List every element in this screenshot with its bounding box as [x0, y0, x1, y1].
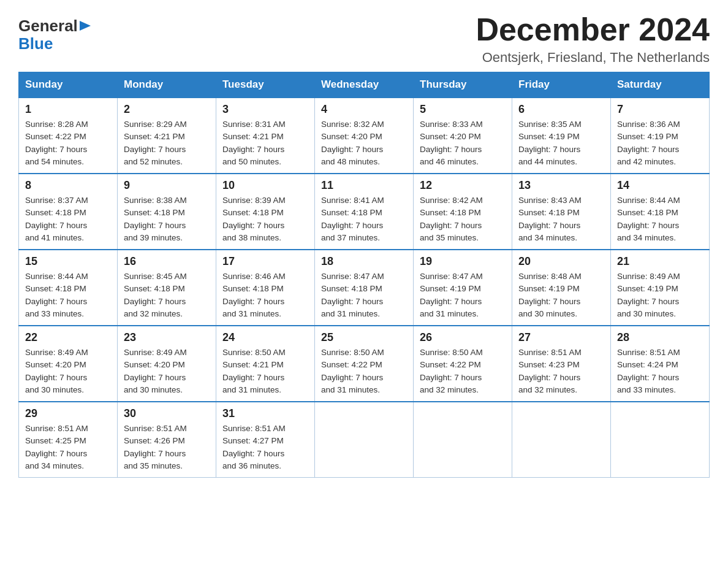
col-monday: Monday [118, 72, 216, 98]
day-number: 14 [617, 179, 703, 192]
table-row [315, 402, 414, 478]
day-number: 1 [25, 103, 111, 116]
table-row [414, 402, 512, 478]
table-row: 30 Sunrise: 8:51 AMSunset: 4:26 PMDaylig… [118, 402, 216, 478]
table-row: 8 Sunrise: 8:37 AMSunset: 4:18 PMDayligh… [19, 174, 118, 250]
table-row: 4 Sunrise: 8:32 AMSunset: 4:20 PMDayligh… [315, 98, 414, 174]
col-sunday: Sunday [19, 72, 118, 98]
table-row: 22 Sunrise: 8:49 AMSunset: 4:20 PMDaylig… [19, 326, 118, 402]
table-row: 28 Sunrise: 8:51 AMSunset: 4:24 PMDaylig… [611, 326, 710, 402]
table-row: 12 Sunrise: 8:42 AMSunset: 4:18 PMDaylig… [414, 174, 512, 250]
day-info: Sunrise: 8:36 AMSunset: 4:19 PMDaylight:… [617, 120, 680, 166]
day-info: Sunrise: 8:35 AMSunset: 4:19 PMDaylight:… [518, 120, 582, 166]
day-info: Sunrise: 8:51 AMSunset: 4:25 PMDaylight:… [25, 424, 88, 470]
title-block: December 2024 Oentsjerk, Friesland, The … [476, 12, 710, 66]
logo-general-text: General [18, 17, 78, 35]
calendar-week-row: 22 Sunrise: 8:49 AMSunset: 4:20 PMDaylig… [19, 326, 710, 402]
table-row: 13 Sunrise: 8:43 AMSunset: 4:18 PMDaylig… [512, 174, 611, 250]
day-info: Sunrise: 8:37 AMSunset: 4:18 PMDaylight:… [25, 196, 88, 242]
calendar-week-row: 8 Sunrise: 8:37 AMSunset: 4:18 PMDayligh… [19, 174, 710, 250]
logo-blue-text: Blue [18, 35, 53, 53]
calendar-week-row: 1 Sunrise: 8:28 AMSunset: 4:22 PMDayligh… [19, 98, 710, 174]
day-info: Sunrise: 8:50 AMSunset: 4:22 PMDaylight:… [420, 348, 483, 394]
day-info: Sunrise: 8:38 AMSunset: 4:18 PMDaylight:… [124, 196, 187, 242]
day-number: 2 [124, 103, 210, 116]
day-number: 5 [420, 103, 506, 116]
table-row: 24 Sunrise: 8:50 AMSunset: 4:21 PMDaylig… [216, 326, 315, 402]
table-row: 2 Sunrise: 8:29 AMSunset: 4:21 PMDayligh… [118, 98, 216, 174]
col-saturday: Saturday [611, 72, 710, 98]
logo: General Blue [18, 17, 91, 52]
day-number: 9 [124, 179, 210, 192]
day-number: 27 [518, 331, 604, 344]
calendar-header-row: Sunday Monday Tuesday Wednesday Thursday… [19, 72, 710, 98]
day-number: 23 [124, 331, 210, 344]
day-number: 22 [25, 331, 111, 344]
location-title: Oentsjerk, Friesland, The Netherlands [476, 50, 710, 66]
day-number: 28 [617, 331, 703, 344]
day-number: 26 [420, 331, 506, 344]
table-row: 25 Sunrise: 8:50 AMSunset: 4:22 PMDaylig… [315, 326, 414, 402]
table-row: 10 Sunrise: 8:39 AMSunset: 4:18 PMDaylig… [216, 174, 315, 250]
day-info: Sunrise: 8:41 AMSunset: 4:18 PMDaylight:… [321, 196, 384, 242]
table-row: 18 Sunrise: 8:47 AMSunset: 4:18 PMDaylig… [315, 250, 414, 326]
table-row: 5 Sunrise: 8:33 AMSunset: 4:20 PMDayligh… [414, 98, 512, 174]
day-number: 8 [25, 179, 111, 192]
day-info: Sunrise: 8:49 AMSunset: 4:19 PMDaylight:… [617, 272, 680, 318]
day-info: Sunrise: 8:49 AMSunset: 4:20 PMDaylight:… [25, 348, 88, 394]
table-row: 21 Sunrise: 8:49 AMSunset: 4:19 PMDaylig… [611, 250, 710, 326]
day-number: 30 [124, 407, 210, 420]
table-row: 1 Sunrise: 8:28 AMSunset: 4:22 PMDayligh… [19, 98, 118, 174]
logo-arrow-icon [80, 21, 91, 33]
svg-marker-0 [80, 21, 91, 31]
col-thursday: Thursday [414, 72, 512, 98]
day-info: Sunrise: 8:44 AMSunset: 4:18 PMDaylight:… [617, 196, 680, 242]
table-row: 23 Sunrise: 8:49 AMSunset: 4:20 PMDaylig… [118, 326, 216, 402]
table-row: 16 Sunrise: 8:45 AMSunset: 4:18 PMDaylig… [118, 250, 216, 326]
table-row: 6 Sunrise: 8:35 AMSunset: 4:19 PMDayligh… [512, 98, 611, 174]
day-number: 25 [321, 331, 407, 344]
day-info: Sunrise: 8:28 AMSunset: 4:22 PMDaylight:… [25, 120, 88, 166]
day-info: Sunrise: 8:50 AMSunset: 4:22 PMDaylight:… [321, 348, 384, 394]
day-number: 29 [25, 407, 111, 420]
table-row: 19 Sunrise: 8:47 AMSunset: 4:19 PMDaylig… [414, 250, 512, 326]
day-number: 31 [222, 407, 308, 420]
day-info: Sunrise: 8:44 AMSunset: 4:18 PMDaylight:… [25, 272, 88, 318]
day-info: Sunrise: 8:50 AMSunset: 4:21 PMDaylight:… [222, 348, 286, 394]
table-row: 15 Sunrise: 8:44 AMSunset: 4:18 PMDaylig… [19, 250, 118, 326]
calendar-week-row: 29 Sunrise: 8:51 AMSunset: 4:25 PMDaylig… [19, 402, 710, 478]
day-info: Sunrise: 8:51 AMSunset: 4:26 PMDaylight:… [124, 424, 187, 470]
table-row: 29 Sunrise: 8:51 AMSunset: 4:25 PMDaylig… [19, 402, 118, 478]
col-wednesday: Wednesday [315, 72, 414, 98]
day-info: Sunrise: 8:48 AMSunset: 4:19 PMDaylight:… [518, 272, 582, 318]
day-info: Sunrise: 8:32 AMSunset: 4:20 PMDaylight:… [321, 120, 384, 166]
table-row: 26 Sunrise: 8:50 AMSunset: 4:22 PMDaylig… [414, 326, 512, 402]
day-info: Sunrise: 8:47 AMSunset: 4:18 PMDaylight:… [321, 272, 384, 318]
col-friday: Friday [512, 72, 611, 98]
day-number: 13 [518, 179, 604, 192]
day-info: Sunrise: 8:39 AMSunset: 4:18 PMDaylight:… [222, 196, 286, 242]
calendar-week-row: 15 Sunrise: 8:44 AMSunset: 4:18 PMDaylig… [19, 250, 710, 326]
day-number: 4 [321, 103, 407, 116]
day-number: 15 [25, 255, 111, 268]
day-number: 24 [222, 331, 308, 344]
day-info: Sunrise: 8:46 AMSunset: 4:18 PMDaylight:… [222, 272, 286, 318]
day-number: 6 [518, 103, 604, 116]
day-info: Sunrise: 8:43 AMSunset: 4:18 PMDaylight:… [518, 196, 582, 242]
table-row: 27 Sunrise: 8:51 AMSunset: 4:23 PMDaylig… [512, 326, 611, 402]
day-info: Sunrise: 8:31 AMSunset: 4:21 PMDaylight:… [222, 120, 286, 166]
table-row: 9 Sunrise: 8:38 AMSunset: 4:18 PMDayligh… [118, 174, 216, 250]
page-header: General Blue December 2024 Oentsjerk, Fr… [18, 12, 710, 66]
day-info: Sunrise: 8:42 AMSunset: 4:18 PMDaylight:… [420, 196, 483, 242]
day-number: 20 [518, 255, 604, 268]
day-info: Sunrise: 8:51 AMSunset: 4:27 PMDaylight:… [222, 424, 286, 470]
day-info: Sunrise: 8:45 AMSunset: 4:18 PMDaylight:… [124, 272, 187, 318]
table-row [512, 402, 611, 478]
day-number: 17 [222, 255, 308, 268]
day-info: Sunrise: 8:49 AMSunset: 4:20 PMDaylight:… [124, 348, 187, 394]
day-number: 3 [222, 103, 308, 116]
calendar-table: Sunday Monday Tuesday Wednesday Thursday… [18, 72, 710, 478]
day-number: 16 [124, 255, 210, 268]
table-row: 14 Sunrise: 8:44 AMSunset: 4:18 PMDaylig… [611, 174, 710, 250]
day-number: 11 [321, 179, 407, 192]
